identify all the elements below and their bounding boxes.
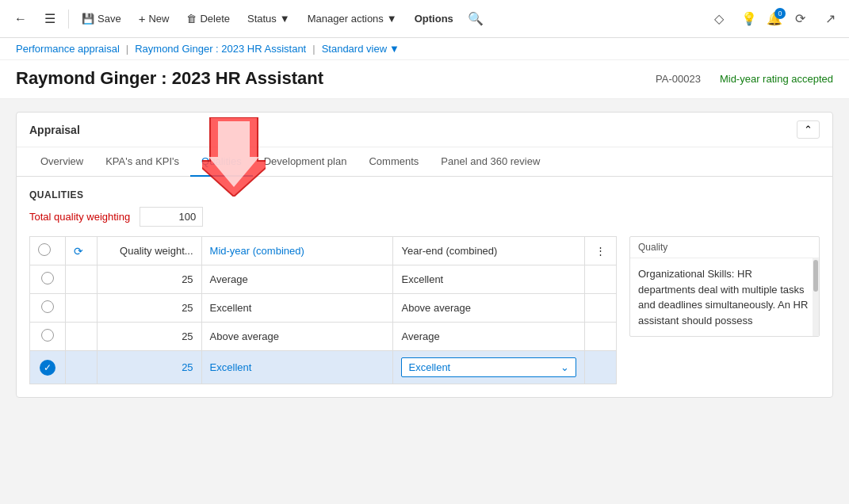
scrollbar[interactable]	[813, 258, 819, 336]
row-more[interactable]	[585, 265, 617, 294]
status-button[interactable]: Status ▼	[239, 8, 298, 29]
options-button[interactable]: Options	[407, 8, 461, 29]
search-icon: 🔍	[468, 11, 484, 26]
checkbox-empty[interactable]	[41, 300, 54, 313]
row-checkbox[interactable]	[30, 265, 66, 294]
row-checkbox-selected[interactable]: ✓	[30, 351, 66, 384]
row-year-end: Average	[393, 323, 585, 351]
collapse-button[interactable]: ⌃	[797, 120, 820, 139]
manager-actions-button[interactable]: Manager actions ▼	[300, 8, 405, 29]
breadcrumb-separator2: |	[312, 43, 315, 55]
checkbox-empty[interactable]	[41, 329, 54, 342]
row-checkbox[interactable]	[30, 323, 66, 351]
row-year-end-dropdown[interactable]: Excellent ⌄	[393, 351, 585, 384]
scrollbar-thumb[interactable]	[813, 260, 818, 292]
page-title: Raymond Ginger : 2023 HR Assistant	[16, 68, 323, 89]
back-button[interactable]: ←	[6, 7, 35, 31]
row-mid-year: Above average	[201, 323, 393, 351]
row-refresh[interactable]	[66, 351, 98, 384]
checkbox-checked[interactable]: ✓	[40, 360, 55, 376]
row-refresh[interactable]	[66, 323, 98, 351]
row-mid-year: Average	[201, 265, 393, 294]
col-header-refresh: ⟳	[66, 237, 98, 265]
quality-panel-body: Organizational Skills: HR departments de…	[630, 258, 819, 336]
quality-side-panel: Quality Organizational Skills: HR depart…	[629, 236, 820, 384]
external-link-icon: ↗	[825, 11, 836, 26]
external-link-button[interactable]: ↗	[817, 6, 843, 32]
notification-badge[interactable]: 🔔 0	[767, 11, 782, 26]
quality-panel: Quality Organizational Skills: HR depart…	[629, 236, 820, 337]
refresh-button[interactable]: ⟳	[787, 6, 813, 32]
row-more[interactable]	[585, 351, 617, 384]
breadcrumb-root[interactable]: Performance appraisal	[16, 43, 120, 55]
tower-icon: 💡	[741, 11, 757, 26]
breadcrumb-record[interactable]: Raymond Ginger : 2023 HR Assistant	[135, 43, 306, 55]
chevron-down-icon: ▼	[280, 13, 290, 25]
menu-button[interactable]: ☰	[36, 6, 63, 31]
tab-kpas[interactable]: KPA's and KPI's	[94, 147, 190, 177]
qualities-table: ⟳ Quality weight... Mid-year (combined)	[29, 236, 617, 384]
row-checkbox[interactable]	[30, 294, 66, 323]
table-row: 25 Above average Average	[30, 323, 617, 351]
col-header-weight: Quality weight...	[97, 237, 201, 265]
save-button[interactable]: 💾 Save	[74, 8, 129, 29]
tab-comments[interactable]: Comments	[358, 147, 430, 177]
tab-qualities[interactable]: Qualities	[190, 147, 253, 177]
col-header-mid: Mid-year (combined)	[201, 237, 393, 265]
tab-overview[interactable]: Overview	[29, 147, 94, 177]
toolbar-right: ◇ 💡 🔔 0 ⟳ ↗	[706, 6, 843, 32]
tab-content-qualities: QUALITIES Total quality weighting	[17, 177, 832, 397]
main-content: Appraisal ⌃ Overview KPA's and KPI's Qua…	[0, 99, 849, 492]
quality-weighting-row: Total quality weighting	[29, 207, 820, 227]
separator	[68, 10, 69, 29]
table-row-selected: ✓ 25 Excellent	[30, 351, 617, 384]
delete-icon: 🗑	[186, 13, 197, 25]
header-checkbox[interactable]	[38, 243, 51, 256]
toolbar: ← ☰ 💾 Save + New 🗑 Delete Status ▼ Manag…	[0, 0, 849, 38]
search-button[interactable]: 🔍	[463, 6, 488, 32]
tab-bar: Overview KPA's and KPI's Qualities Devel…	[17, 147, 832, 177]
row-refresh[interactable]	[66, 265, 98, 294]
status-badge: Mid-year rating accepted	[720, 73, 833, 85]
weighting-input[interactable]	[140, 207, 203, 227]
tower-icon-button[interactable]: 💡	[736, 6, 762, 32]
page-header: Raymond Ginger : 2023 HR Assistant PA-00…	[0, 60, 849, 99]
table-header-row: ⟳ Quality weight... Mid-year (combined)	[30, 237, 617, 265]
plus-icon: +	[139, 12, 146, 25]
checkbox-empty[interactable]	[41, 272, 54, 284]
record-id: PA-00023	[656, 73, 701, 85]
breadcrumb-separator: |	[126, 43, 128, 55]
content-layout: ⟳ Quality weight... Mid-year (combined)	[29, 236, 820, 384]
row-weight: 25	[97, 351, 201, 384]
more-icon: ⋮	[595, 245, 606, 257]
chevron-up-icon: ⌃	[804, 124, 813, 136]
row-more[interactable]	[585, 323, 617, 351]
row-year-end: Excellent	[393, 265, 585, 294]
row-mid-year: Excellent	[201, 294, 393, 323]
chevron-down-icon: ⌄	[560, 361, 569, 373]
row-weight: 25	[97, 323, 201, 351]
diamond-icon-button[interactable]: ◇	[706, 6, 732, 32]
row-mid-year: Excellent	[201, 351, 393, 384]
card-title: Appraisal	[29, 124, 80, 136]
tab-development[interactable]: Development plan	[253, 147, 358, 177]
refresh-col-icon[interactable]: ⟳	[74, 245, 83, 258]
new-button[interactable]: + New	[131, 7, 178, 30]
col-header-yearend: Year-end (combined)	[393, 237, 585, 265]
row-more[interactable]	[585, 294, 617, 323]
table-row: 25 Excellent Above average	[30, 294, 617, 323]
breadcrumb: Performance appraisal | Raymond Ginger :…	[0, 38, 849, 60]
row-refresh[interactable]	[66, 294, 98, 323]
back-icon: ←	[14, 12, 27, 26]
breadcrumb-view[interactable]: Standard view ▼	[322, 43, 400, 55]
tab-panel360[interactable]: Panel and 360 review	[430, 147, 551, 177]
col-header-more[interactable]: ⋮	[585, 237, 617, 265]
delete-button[interactable]: 🗑 Delete	[178, 8, 238, 29]
chevron-down-icon: ▼	[387, 13, 397, 25]
chevron-down-icon: ▼	[389, 43, 400, 55]
row-weight: 25	[97, 294, 201, 323]
appraisal-card: Appraisal ⌃ Overview KPA's and KPI's Qua…	[16, 112, 833, 398]
col-header-checkbox	[30, 237, 66, 265]
year-end-dropdown[interactable]: Excellent ⌄	[401, 357, 576, 377]
table-area: ⟳ Quality weight... Mid-year (combined)	[29, 236, 617, 384]
